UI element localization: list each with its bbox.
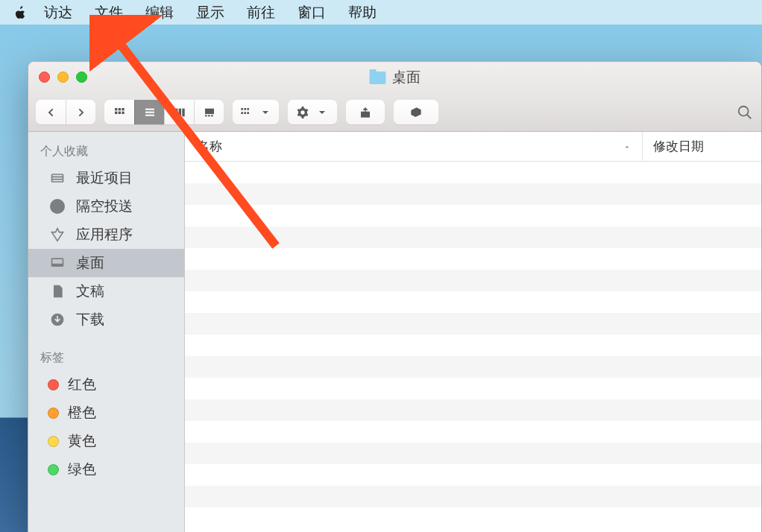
- file-rows[interactable]: [185, 162, 761, 532]
- table-row[interactable]: [185, 270, 761, 291]
- svg-rect-21: [247, 112, 249, 114]
- menu-edit[interactable]: 编辑: [134, 3, 185, 22]
- titlebar[interactable]: 桌面: [28, 62, 761, 93]
- sidebar-item-desktop[interactable]: 桌面: [28, 249, 184, 277]
- sidebar-tag-label: 红色: [68, 375, 96, 394]
- tag-dot-icon: [48, 436, 59, 447]
- sidebar-tag-orange[interactable]: 橙色: [28, 399, 184, 427]
- svg-rect-1: [119, 108, 121, 110]
- sidebar-item-label: 隔空投送: [76, 197, 133, 216]
- share-button[interactable]: [346, 100, 385, 124]
- menu-window[interactable]: 窗口: [286, 3, 337, 22]
- svg-point-24: [739, 106, 749, 115]
- sidebar-tag-green[interactable]: 绿色: [28, 455, 184, 484]
- zoom-button[interactable]: [76, 72, 87, 83]
- table-row[interactable]: [185, 291, 761, 313]
- table-row[interactable]: [185, 421, 761, 443]
- view-switcher: [104, 100, 224, 124]
- table-row[interactable]: [185, 335, 761, 356]
- svg-rect-2: [122, 108, 124, 110]
- table-row[interactable]: [185, 507, 761, 529]
- sidebar-item-airdrop[interactable]: 隔空投送: [28, 192, 184, 221]
- groupby-button[interactable]: [233, 100, 279, 124]
- svg-rect-4: [119, 111, 121, 113]
- sidebar-tag-label: 橙色: [68, 403, 96, 422]
- applications-icon: [48, 227, 67, 243]
- sidebar-tag-label: 绿色: [68, 460, 96, 479]
- svg-rect-11: [182, 108, 184, 116]
- tag-dot-icon: [48, 379, 59, 390]
- sidebar-item-applications[interactable]: 应用程序: [28, 221, 184, 249]
- svg-rect-17: [244, 108, 246, 110]
- table-row[interactable]: [185, 205, 761, 227]
- svg-rect-19: [241, 112, 243, 114]
- sidebar-item-label: 下载: [76, 310, 104, 329]
- svg-rect-5: [122, 111, 124, 113]
- airdrop-icon: [48, 198, 67, 215]
- table-row[interactable]: [185, 227, 761, 248]
- close-button[interactable]: [39, 72, 50, 83]
- menu-go[interactable]: 前往: [236, 3, 286, 22]
- table-row[interactable]: [185, 443, 761, 464]
- svg-rect-3: [115, 111, 117, 113]
- search-icon[interactable]: [736, 104, 754, 121]
- view-column-button[interactable]: [164, 100, 194, 124]
- documents-icon: [48, 283, 67, 300]
- window-title: 桌面: [369, 68, 421, 87]
- minimize-button[interactable]: [57, 72, 69, 83]
- menu-view[interactable]: 显示: [185, 3, 236, 22]
- svg-rect-8: [145, 114, 154, 115]
- table-row[interactable]: [185, 399, 761, 421]
- window-title-text: 桌面: [392, 68, 421, 87]
- column-name[interactable]: 名称: [185, 138, 642, 155]
- sidebar-tag-yellow[interactable]: 黄色: [28, 427, 184, 455]
- sidebar-item-label: 应用程序: [76, 225, 133, 244]
- table-row[interactable]: [185, 486, 761, 507]
- view-list-button[interactable]: [134, 100, 164, 124]
- back-button[interactable]: [36, 100, 66, 124]
- sidebar-tag-red[interactable]: 红色: [28, 370, 184, 399]
- sidebar-tags-header: 标签: [28, 344, 184, 370]
- forward-button[interactable]: [66, 100, 95, 124]
- column-modified[interactable]: 修改日期: [642, 132, 761, 161]
- sidebar-item-downloads[interactable]: 下载: [28, 305, 184, 334]
- view-icon-button[interactable]: [104, 100, 134, 124]
- sidebar-favorites-header: 个人收藏: [28, 138, 184, 164]
- svg-rect-15: [211, 115, 213, 116]
- tag-dot-icon: [48, 464, 59, 475]
- svg-rect-22: [362, 112, 370, 117]
- apple-menu[interactable]: [7, 4, 33, 21]
- tag-button[interactable]: [394, 100, 438, 124]
- sidebar-item-documents[interactable]: 文稿: [28, 277, 184, 305]
- svg-rect-16: [241, 108, 243, 110]
- svg-point-23: [413, 112, 415, 113]
- menu-finder[interactable]: 访达: [33, 3, 84, 22]
- sidebar-item-recents[interactable]: 最近项目: [28, 164, 184, 192]
- menu-help[interactable]: 帮助: [337, 3, 388, 22]
- table-row[interactable]: [185, 162, 761, 183]
- window-controls: [39, 72, 87, 83]
- sort-caret-icon: [623, 139, 632, 154]
- action-button-group: [288, 100, 337, 124]
- action-button[interactable]: [288, 100, 337, 124]
- table-row[interactable]: [185, 378, 761, 399]
- downloads-icon: [48, 311, 67, 328]
- svg-rect-26: [52, 174, 63, 182]
- sidebar-item-label: 文稿: [76, 282, 104, 301]
- menu-file[interactable]: 文件: [84, 3, 134, 22]
- svg-rect-13: [205, 115, 207, 116]
- view-gallery-button[interactable]: [194, 100, 224, 124]
- svg-rect-20: [244, 112, 246, 114]
- nav-buttons: [36, 100, 95, 124]
- folder-icon: [369, 72, 385, 84]
- table-row[interactable]: [185, 464, 761, 486]
- table-row[interactable]: [185, 183, 761, 205]
- share-button-group: [346, 100, 385, 124]
- table-row[interactable]: [185, 356, 761, 378]
- desktop-icon: [48, 255, 67, 271]
- column-name-label: 名称: [197, 138, 222, 155]
- sidebar: 个人收藏 最近项目 隔空投送 应用程序 桌面 文稿: [28, 132, 185, 532]
- table-row[interactable]: [185, 313, 761, 335]
- svg-line-25: [747, 114, 752, 118]
- table-row[interactable]: [185, 248, 761, 270]
